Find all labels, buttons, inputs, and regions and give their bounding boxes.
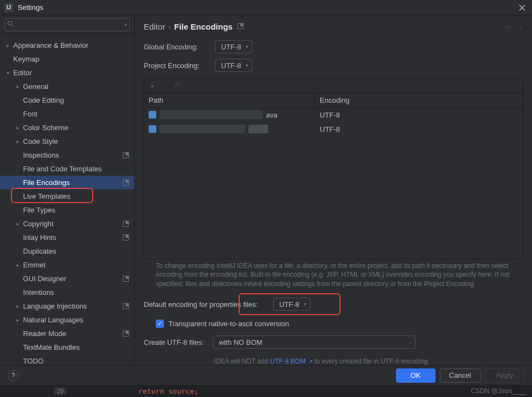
tree-item-label: Editor	[13, 69, 130, 77]
editor-strip: 29 return source;	[0, 385, 532, 397]
breadcrumb-parent[interactable]: Editor	[144, 22, 165, 31]
add-icon[interactable]: ＋	[149, 81, 156, 91]
sidebar-item-code-editing[interactable]: ▸Code Editing	[0, 93, 134, 107]
sidebar-item-gui-designer[interactable]: ▸GUI Designer	[0, 272, 134, 286]
tree-item-label: File Types	[23, 206, 130, 214]
sidebar-item-file-types[interactable]: ▸File Types	[0, 203, 134, 217]
apply-button: Apply	[485, 368, 524, 383]
default-props-label: Default encoding for properties files:	[144, 300, 273, 309]
chevron-right-icon: ▸	[12, 83, 23, 90]
chevron-down-icon: ⌵	[409, 339, 412, 345]
svg-rect-4	[126, 180, 129, 183]
breadcrumb-current: File Encodings	[174, 22, 233, 31]
tree-item-label: Language Injections	[23, 302, 122, 310]
tree-item-label: Color Scheme	[23, 124, 130, 132]
project-encoding-row: Project Encoding: UTF-8 ▾	[144, 59, 523, 72]
chevron-right-icon: ▸	[12, 125, 23, 131]
tree-item-label: Reader Mode	[23, 329, 122, 338]
svg-point-0	[8, 21, 12, 25]
table-row[interactable]: avaUTF-8	[144, 108, 523, 122]
app-logo-icon: IJ	[4, 3, 13, 12]
sidebar-item-duplicates[interactable]: ▸Duplicates	[0, 244, 134, 258]
redacted-path	[160, 125, 245, 133]
chevron-down-icon[interactable]: ▾	[124, 22, 127, 27]
content-area: Editor › File Encodings ← → Global Encod…	[135, 15, 532, 365]
settings-tree: ▸Appearance & Behavior▸Keymap▾Editor▸Gen…	[0, 34, 134, 365]
tree-item-label: File and Code Templates	[23, 165, 130, 173]
chevron-right-icon: ▸	[12, 317, 23, 323]
back-icon[interactable]: ←	[505, 23, 512, 31]
modified-icon	[237, 23, 244, 31]
sidebar-item-keymap[interactable]: ▸Keymap	[0, 52, 134, 66]
sidebar-item-file-encodings[interactable]: ▸File Encodings	[0, 176, 134, 189]
tree-item-label: TODO	[23, 357, 130, 365]
svg-rect-8	[126, 234, 129, 238]
sidebar-item-emmet[interactable]: ▸Emmet	[0, 258, 134, 272]
svg-rect-10	[126, 276, 129, 279]
sidebar-item-inspections[interactable]: ▸Inspections	[0, 148, 134, 162]
tree-item-label: General	[23, 82, 130, 91]
search-icon	[7, 20, 14, 29]
sidebar-item-font[interactable]: ▸Font	[0, 107, 134, 121]
tree-item-label: Copyright	[23, 220, 122, 228]
svg-rect-14	[126, 331, 129, 334]
edit-icon	[174, 82, 180, 90]
sidebar-item-intentions[interactable]: ▸Intentions	[0, 286, 134, 299]
global-encoding-row: Global Encoding: UTF-8 ▾	[144, 40, 523, 53]
sidebar-item-reader-mode[interactable]: ▸Reader Mode	[0, 327, 134, 340]
chevron-right-icon: ▸	[12, 262, 23, 268]
svg-rect-2	[126, 152, 129, 155]
project-encoding-combo[interactable]: UTF-8 ▾	[215, 59, 252, 72]
path-cell	[144, 125, 315, 133]
column-encoding[interactable]: Encoding	[315, 96, 523, 104]
sidebar-item-language-injections[interactable]: ▸Language Injections	[0, 299, 134, 313]
tree-item-label: TextMate Bundles	[23, 343, 130, 351]
path-suffix: ava	[266, 111, 278, 119]
modified-icon	[122, 303, 130, 310]
dialog-footer: ? OK Cancel Apply	[0, 365, 532, 385]
forward-icon[interactable]: →	[516, 23, 523, 31]
sidebar-item-general[interactable]: ▸General	[0, 80, 134, 93]
chevron-right-icon: ▸	[12, 303, 23, 309]
redacted-path	[160, 110, 263, 119]
sidebar-item-live-templates[interactable]: ▸Live Templates	[0, 189, 134, 203]
sort-asc-icon: ˄	[167, 98, 169, 103]
checkbox-checked-icon[interactable]: ✓	[156, 320, 164, 328]
chevron-down-icon: ▾	[304, 301, 307, 307]
svg-rect-16	[240, 23, 244, 26]
sidebar-item-copyright[interactable]: ▸Copyright	[0, 217, 134, 231]
search-input-wrap[interactable]: ▾	[4, 18, 130, 31]
sidebar-item-color-scheme[interactable]: ▸Color Scheme	[0, 121, 134, 135]
sidebar-item-todo[interactable]: ▸TODO	[0, 354, 134, 365]
table-row[interactable]: UTF-8	[144, 122, 523, 136]
help-icon[interactable]: ?	[8, 370, 19, 381]
modified-icon	[122, 152, 130, 159]
sidebar-item-natural-languages[interactable]: ▸Natural Languages	[0, 313, 134, 327]
table-toolbar: ＋ －	[144, 79, 523, 93]
sidebar-item-editor[interactable]: ▾Editor	[0, 66, 134, 80]
search-input[interactable]	[16, 21, 124, 29]
breadcrumb: Editor › File Encodings ← →	[144, 22, 523, 31]
create-utf-combo[interactable]: with NO BOM ⌵	[213, 336, 416, 349]
sidebar-item-file-and-code-templates[interactable]: ▸File and Code Templates	[0, 162, 134, 176]
sidebar-item-appearance-behavior[interactable]: ▸Appearance & Behavior	[0, 38, 134, 52]
global-encoding-combo[interactable]: UTF-8 ▾	[215, 40, 252, 53]
watermark: CSDN @Json____	[471, 387, 527, 395]
svg-rect-12	[126, 303, 129, 306]
modified-icon	[122, 234, 130, 242]
cancel-button[interactable]: Cancel	[440, 368, 480, 383]
code-fragment: return source;	[138, 387, 199, 395]
utf8-bom-link[interactable]: UTF-8 BOM ↗	[270, 357, 312, 365]
tree-item-label: Live Templates	[23, 192, 130, 200]
global-encoding-label: Global Encoding:	[144, 43, 215, 51]
ok-button[interactable]: OK	[396, 368, 435, 383]
sidebar-item-code-style[interactable]: ▸Code Style	[0, 135, 134, 148]
modified-icon	[122, 330, 130, 338]
close-icon[interactable]	[517, 2, 528, 13]
sidebar-item-inlay-hints[interactable]: ▸Inlay Hints	[0, 231, 134, 244]
path-cell: ava	[144, 110, 315, 119]
default-props-combo[interactable]: UTF-8 ▾	[273, 298, 310, 311]
transparent-ascii-row[interactable]: ✓ Transparent native-to-ascii conversion	[144, 320, 523, 328]
sidebar-item-textmate-bundles[interactable]: ▸TextMate Bundles	[0, 340, 134, 354]
column-path[interactable]: Path ˄	[144, 93, 315, 107]
